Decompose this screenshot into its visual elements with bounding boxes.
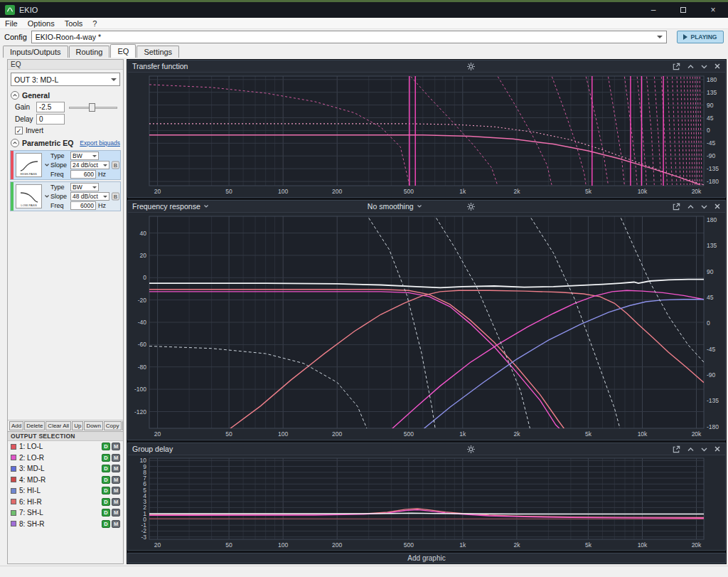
chart-transfer-function[interactable]: 20501002005001k2k5k10k20k18013590450-45-…: [128, 73, 725, 197]
paste-button[interactable]: Paste: [122, 421, 124, 430]
mute-toggle[interactable]: M: [112, 476, 120, 484]
display-toggle[interactable]: D: [102, 465, 110, 472]
filter-type-select[interactable]: BW: [70, 183, 99, 191]
menu-options[interactable]: Options: [23, 19, 60, 28]
bypass-badge[interactable]: B: [112, 193, 119, 201]
menu-item[interactable]: ?: [87, 19, 102, 28]
export-icon[interactable]: [672, 445, 681, 454]
output-row-1[interactable]: 1: LO-LDM: [8, 441, 123, 452]
panel-title: Transfer function: [132, 62, 323, 70]
filter-freq-input[interactable]: 600: [70, 170, 96, 179]
tab-eq[interactable]: EQ: [110, 44, 136, 58]
close-button[interactable]: ×: [698, 2, 728, 18]
display-toggle[interactable]: D: [102, 498, 110, 506]
panel-title[interactable]: Frequency response: [132, 202, 323, 211]
tab-settings[interactable]: Settings: [136, 46, 179, 58]
chevron-down-icon[interactable]: [43, 182, 50, 211]
svg-text:-100: -100: [134, 386, 146, 393]
output-row-6[interactable]: 6: HI-RDM: [8, 497, 123, 508]
export-icon[interactable]: [672, 202, 681, 211]
filter-slope-select[interactable]: 24 dB/oct: [70, 161, 109, 169]
tab-bar: Inputs/OutputsRoutingEQSettings: [0, 44, 728, 58]
add-graphic-button[interactable]: Add graphic: [127, 553, 726, 563]
delete-button[interactable]: Delete: [24, 421, 45, 430]
mute-toggle[interactable]: M: [112, 465, 120, 472]
gear-icon[interactable]: [466, 445, 476, 454]
collapse-up-icon[interactable]: [687, 63, 695, 70]
output-channel-select[interactable]: OUT 3: MD-L: [11, 73, 120, 86]
filter-shape-icon[interactable]: HIGH-PASS: [16, 153, 42, 177]
svg-text:0: 0: [707, 127, 710, 134]
close-icon[interactable]: [714, 445, 721, 452]
close-icon[interactable]: [714, 203, 721, 210]
maximize-button[interactable]: [668, 2, 698, 18]
chevron-down-icon: [92, 186, 97, 191]
display-toggle[interactable]: D: [102, 443, 110, 450]
smoothing-select[interactable]: No smoothing: [368, 202, 422, 211]
add-button[interactable]: Add: [9, 421, 23, 430]
mute-toggle[interactable]: M: [112, 454, 120, 462]
menu-file[interactable]: File: [0, 19, 23, 28]
filter-slope-select[interactable]: 48 dB/oct: [70, 192, 109, 201]
output-row-5[interactable]: 5: HI-LDM: [8, 485, 123, 497]
tab-inputs-outputs[interactable]: Inputs/Outputs: [3, 46, 68, 58]
invert-checkbox[interactable]: ✓: [15, 127, 23, 134]
chevron-down-icon[interactable]: [43, 151, 50, 179]
mute-toggle[interactable]: M: [112, 498, 120, 506]
mute-toggle[interactable]: M: [112, 509, 120, 517]
gear-icon[interactable]: [466, 62, 476, 71]
mute-toggle[interactable]: M: [112, 520, 120, 528]
general-section-header[interactable]: General: [8, 89, 123, 101]
filter-list: HIGH-PASSTypeBWSlope24 dB/octFreq600HzBL…: [8, 149, 123, 213]
filter-shape-icon[interactable]: LOW-PASS: [16, 184, 42, 208]
chevron-down-icon: [657, 36, 663, 41]
svg-text:135: 135: [707, 89, 717, 96]
clear-all-button[interactable]: Clear All: [46, 421, 71, 430]
output-row-4[interactable]: 4: MD-RDM: [8, 475, 123, 486]
display-toggle[interactable]: D: [102, 476, 110, 484]
parametric-section-header[interactable]: Parametric EQ Export biquads: [8, 137, 123, 149]
tab-routing[interactable]: Routing: [69, 46, 110, 58]
gain-input[interactable]: -2.5: [36, 102, 65, 112]
filter-color-strip: [11, 151, 14, 179]
copy-button[interactable]: Copy: [104, 421, 122, 430]
collapse-up-icon[interactable]: [687, 203, 695, 210]
svg-text:20k: 20k: [692, 541, 702, 549]
output-list: 1: LO-LDM2: LO-RDM3: MD-LDM4: MD-RDM5: H…: [8, 441, 123, 529]
output-row-2[interactable]: 2: LO-RDM: [8, 452, 123, 464]
mute-toggle[interactable]: M: [112, 487, 120, 494]
gear-icon[interactable]: [466, 202, 476, 211]
gain-slider-thumb[interactable]: [89, 103, 95, 112]
down-button[interactable]: Down: [84, 421, 102, 430]
filter-type-select[interactable]: BW: [70, 152, 99, 160]
filter-freq-input[interactable]: 6000: [70, 201, 96, 210]
display-toggle[interactable]: D: [102, 520, 110, 528]
display-toggle[interactable]: D: [102, 454, 110, 462]
delay-input[interactable]: 0: [36, 114, 65, 125]
export-biquads-link[interactable]: Export biquads: [80, 139, 120, 147]
output-row-3[interactable]: 3: MD-LDM: [8, 463, 123, 475]
parametric-section-label: Parametric EQ: [22, 139, 73, 147]
collapse-down-icon[interactable]: [700, 446, 708, 452]
output-row-8[interactable]: 8: SH-RDM: [8, 519, 123, 530]
mute-toggle[interactable]: M: [112, 443, 120, 450]
gain-slider[interactable]: [68, 102, 119, 112]
output-row-7[interactable]: 7: SH-LDM: [8, 507, 123, 519]
chart-group-delay[interactable]: 20501002005001k2k5k10k20k109876543210-1-…: [128, 455, 725, 550]
menu-tools[interactable]: Tools: [60, 19, 88, 28]
collapse-up-icon[interactable]: [687, 446, 695, 452]
playing-button[interactable]: PLAYING: [677, 31, 724, 43]
collapse-down-icon[interactable]: [700, 63, 708, 70]
chart-frequency-response[interactable]: 20501002005001k2k5k10k20k40200-20-40-60-…: [128, 213, 725, 440]
display-toggle[interactable]: D: [102, 487, 110, 494]
minimize-button[interactable]: –: [638, 2, 668, 18]
collapse-down-icon[interactable]: [700, 203, 708, 210]
config-select[interactable]: EKIO-Roon-4-way *: [31, 31, 667, 43]
up-button[interactable]: Up: [72, 421, 83, 430]
export-icon[interactable]: [672, 62, 681, 71]
close-icon[interactable]: [714, 63, 721, 70]
display-toggle[interactable]: D: [102, 509, 110, 517]
filter-card-2[interactable]: LOW-PASSTypeBWSlope48 dB/octFreq6000HzB: [10, 181, 121, 211]
bypass-badge[interactable]: B: [112, 162, 119, 169]
filter-card-1[interactable]: HIGH-PASSTypeBWSlope24 dB/octFreq600HzB: [10, 150, 121, 180]
